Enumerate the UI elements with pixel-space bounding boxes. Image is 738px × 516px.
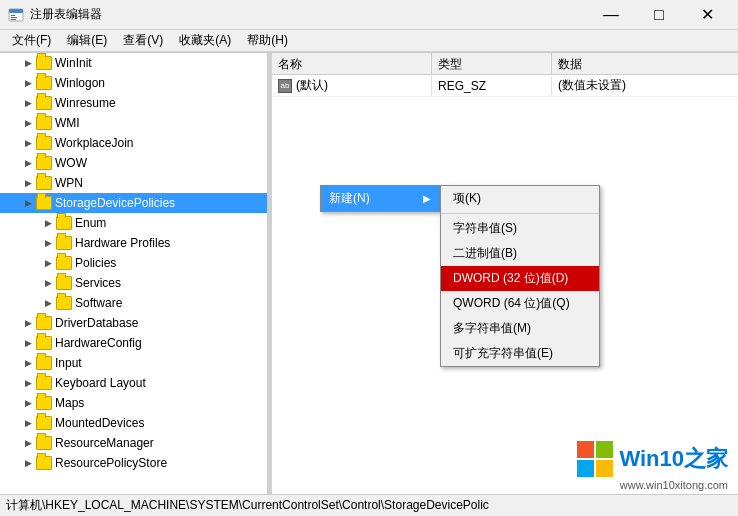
title-bar-left: 注册表编辑器 (8, 6, 102, 23)
maximize-button[interactable]: □ (636, 0, 682, 30)
title-bar: 注册表编辑器 — □ ✕ (0, 0, 738, 30)
menu-favorites[interactable]: 收藏夹(A) (171, 30, 239, 51)
table-header: 名称 类型 数据 (272, 53, 738, 75)
menu-help[interactable]: 帮助(H) (239, 30, 296, 51)
tree-expand-icon: ▶ (20, 415, 36, 431)
tree-item[interactable]: ▶WinInit (0, 53, 267, 73)
tree-expand-icon: ▶ (20, 95, 36, 111)
tree-item[interactable]: ▶Policies (0, 253, 267, 273)
folder-icon (36, 56, 52, 70)
tree-item[interactable]: ▶Winlogon (0, 73, 267, 93)
tree-item-label: Enum (75, 216, 106, 230)
tree-item-label: Winresume (55, 96, 116, 110)
tree-expand-icon: ▶ (20, 375, 36, 391)
folder-icon (36, 196, 52, 210)
folder-icon (56, 216, 72, 230)
tree-expand-icon: ▶ (40, 215, 56, 231)
submenu-divider (441, 213, 599, 214)
tree-item[interactable]: ▶Maps (0, 393, 267, 413)
new-menu-item[interactable]: 新建(N) ▶ (321, 186, 439, 211)
menu-file[interactable]: 文件(F) (4, 30, 59, 51)
tree-expand-icon: ▶ (20, 335, 36, 351)
tree-item-label: ResourceManager (55, 436, 154, 450)
cell-type: REG_SZ (432, 77, 552, 95)
close-button[interactable]: ✕ (684, 0, 730, 30)
table-body: ab(默认)REG_SZ(数值未设置) (272, 75, 738, 97)
reg-value-icon: ab (278, 79, 292, 93)
tree-item[interactable]: ▶WOW (0, 153, 267, 173)
tree-item[interactable]: ▶Keyboard Layout (0, 373, 267, 393)
folder-icon (36, 156, 52, 170)
folder-icon (56, 256, 72, 270)
tree-panel: ▶WinInit▶Winlogon▶Winresume▶WMI▶Workplac… (0, 53, 268, 494)
tree-item[interactable]: ▶ResourceManager (0, 433, 267, 453)
folder-icon (36, 76, 52, 90)
watermark: Win10之家 www.win10xitong.com (577, 441, 728, 491)
tree-expand-icon: ▶ (20, 75, 36, 91)
tree-item-label: WPN (55, 176, 83, 190)
folder-icon (56, 236, 72, 250)
tree-item-label: WinInit (55, 56, 92, 70)
tree-expand-icon: ▶ (20, 135, 36, 151)
col-header-type: 类型 (432, 53, 552, 74)
menu-edit[interactable]: 编辑(E) (59, 30, 115, 51)
new-label: 新建(N) (329, 190, 370, 207)
submenu-item-qword[interactable]: QWORD (64 位)值(Q) (441, 291, 599, 316)
tree-item[interactable]: ▶StorageDevicePolicies (0, 193, 267, 213)
tree-item-label: Services (75, 276, 121, 290)
menu-view[interactable]: 查看(V) (115, 30, 171, 51)
cell-name: ab(默认) (272, 75, 432, 96)
folder-icon (36, 136, 52, 150)
tree-item[interactable]: ▶Software (0, 293, 267, 313)
table-row[interactable]: ab(默认)REG_SZ(数值未设置) (272, 75, 738, 97)
tree-scroll-area[interactable]: ▶WinInit▶Winlogon▶Winresume▶WMI▶Workplac… (0, 53, 267, 494)
context-menu-new[interactable]: 新建(N) ▶ (320, 185, 440, 212)
tree-item[interactable]: ▶ResourcePolicyStore (0, 453, 267, 473)
folder-icon (36, 456, 52, 470)
submenu-item-expandstring[interactable]: 可扩充字符串值(E) (441, 341, 599, 366)
submenu-item-key[interactable]: 项(K) (441, 186, 599, 211)
folder-icon (56, 296, 72, 310)
tree-item-label: MountedDevices (55, 416, 144, 430)
folder-icon (36, 436, 52, 450)
tree-item[interactable]: ▶Input (0, 353, 267, 373)
submenu-item-multistring[interactable]: 多字符串值(M) (441, 316, 599, 341)
tree-expand-icon: ▶ (20, 195, 36, 211)
tree-item[interactable]: ▶WPN (0, 173, 267, 193)
tree-item[interactable]: ▶Services (0, 273, 267, 293)
status-bar: 计算机\HKEY_LOCAL_MACHINE\SYSTEM\CurrentCon… (0, 494, 738, 516)
tree-item-label: WOW (55, 156, 87, 170)
title-bar-controls: — □ ✕ (588, 0, 730, 30)
tree-item[interactable]: ▶Enum (0, 213, 267, 233)
submenu-item-dword[interactable]: DWORD (32 位)值(D) (441, 266, 599, 291)
svg-rect-2 (11, 15, 15, 16)
tree-item[interactable]: ▶DriverDatabase (0, 313, 267, 333)
folder-icon (36, 96, 52, 110)
tree-item[interactable]: ▶MountedDevices (0, 413, 267, 433)
tree-expand-icon: ▶ (20, 155, 36, 171)
tree-item[interactable]: ▶WMI (0, 113, 267, 133)
watermark-text: Win10之家 (619, 444, 728, 474)
submenu[interactable]: 项(K) 字符串值(S) 二进制值(B) DWORD (32 位)值(D) QW… (440, 185, 600, 367)
tree-item-label: WMI (55, 116, 80, 130)
cell-data: (数值未设置) (552, 75, 738, 96)
tree-expand-icon: ▶ (40, 235, 56, 251)
submenu-item-string[interactable]: 字符串值(S) (441, 216, 599, 241)
tree-expand-icon: ▶ (20, 115, 36, 131)
svg-rect-4 (11, 19, 16, 20)
watermark-logo: Win10之家 (577, 441, 728, 477)
folder-icon (36, 336, 52, 350)
submenu-item-binary[interactable]: 二进制值(B) (441, 241, 599, 266)
tree-item[interactable]: ▶Winresume (0, 93, 267, 113)
tree-item[interactable]: ▶WorkplaceJoin (0, 133, 267, 153)
folder-icon (56, 276, 72, 290)
tree-expand-icon: ▶ (40, 255, 56, 271)
minimize-button[interactable]: — (588, 0, 634, 30)
tree-item[interactable]: ▶HardwareConfig (0, 333, 267, 353)
tree-item[interactable]: ▶Hardware Profiles (0, 233, 267, 253)
tree-expand-icon: ▶ (20, 55, 36, 71)
tree-item-label: DriverDatabase (55, 316, 138, 330)
tree-item-label: StorageDevicePolicies (55, 196, 175, 210)
tree-item-label: Hardware Profiles (75, 236, 170, 250)
folder-icon (36, 176, 52, 190)
